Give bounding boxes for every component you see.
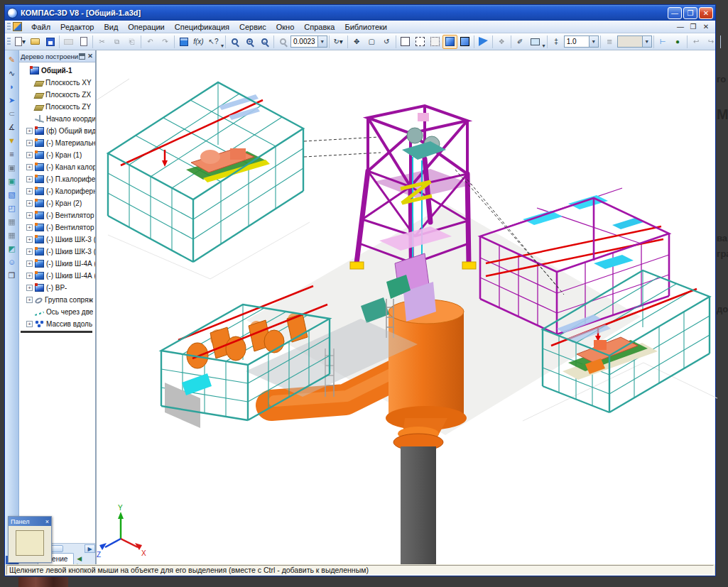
minimize-button[interactable]: — — [668, 7, 682, 19]
save-button[interactable] — [43, 35, 58, 49]
floating-panel-header[interactable]: Панел × — [9, 517, 51, 526]
tree-item[interactable]: +(-) Вентилятор — [19, 221, 95, 234]
scale-combo[interactable]: 0.0023 ▼ — [290, 35, 327, 48]
expand-icon[interactable]: + — [26, 260, 33, 267]
menu-item-6[interactable]: Окно — [271, 21, 300, 33]
filter-icon[interactable]: ▼ — [6, 134, 18, 147]
menu-grip[interactable] — [7, 23, 11, 31]
menu-item-2[interactable]: Вид — [99, 21, 123, 33]
edit-part-icon[interactable]: ✎ — [6, 53, 18, 66]
tree-item[interactable]: +(ф) Общий вид — [19, 125, 95, 137]
copy-window-icon[interactable]: ❐ — [6, 269, 18, 282]
scale-combo-arrow[interactable]: ▼ — [317, 36, 327, 47]
expand-icon[interactable]: + — [26, 236, 33, 243]
tree-item[interactable]: Плоскость ZX — [19, 89, 95, 101]
perspective-button[interactable] — [476, 35, 491, 49]
expand-icon[interactable]: + — [26, 140, 33, 146]
properties-button[interactable] — [176, 35, 191, 49]
report-icon[interactable]: ≡ — [6, 148, 18, 160]
expand-icon[interactable]: + — [26, 128, 33, 134]
pin-icon[interactable] — [79, 53, 85, 60]
expand-icon[interactable]: + — [26, 164, 33, 170]
measure-icon[interactable]: ∡ — [6, 121, 18, 133]
context-help-button[interactable]: ↖? — [206, 35, 221, 49]
expand-icon[interactable]: + — [26, 248, 33, 255]
local-cs-button[interactable]: ⊢ — [656, 35, 670, 49]
menu-item-8[interactable]: Библиотеки — [339, 21, 392, 33]
surfaces-icon[interactable]: ◗ — [6, 80, 18, 93]
tree-item[interactable]: +(-) ВР- — [19, 282, 95, 294]
expand-icon[interactable]: + — [26, 212, 33, 219]
tree-item[interactable]: Плоскость ZY — [19, 101, 95, 113]
menu-item-0[interactable]: Файл — [26, 21, 55, 33]
refresh-button[interactable]: ↺ — [379, 35, 394, 49]
document-menu-icon[interactable] — [13, 22, 22, 31]
rotate-body-icon[interactable]: ◰ — [6, 202, 18, 214]
pan-button[interactable]: ✥ — [349, 35, 364, 49]
extrude-icon[interactable]: ▧ — [6, 188, 18, 201]
mates-clip-icon[interactable]: ⊂ — [6, 107, 18, 120]
expand-icon[interactable]: + — [26, 176, 33, 182]
zoom-out-button[interactable]: – — [257, 35, 272, 49]
hidden-lines-dim-mode-button[interactable] — [428, 35, 442, 49]
mdi-close-button[interactable]: ✕ — [701, 23, 711, 31]
show-all-button[interactable]: ▢ — [364, 35, 379, 49]
tree-item[interactable]: Плоскость XY — [19, 77, 95, 89]
3d-scene[interactable]: Y X Z — [97, 50, 717, 566]
scene-icon[interactable]: ▣ — [6, 175, 18, 187]
presentation-button[interactable] — [528, 35, 543, 49]
menu-item-7[interactable]: Справка — [299, 21, 339, 33]
tree-item[interactable]: +(-) Вентилятор — [19, 209, 95, 221]
restore-button[interactable]: ❐ — [683, 7, 697, 19]
toolbar-grip[interactable] — [7, 38, 11, 46]
tree-item[interactable]: Ось через две — [19, 306, 95, 318]
shaded-edges-mode-button[interactable] — [457, 35, 472, 49]
tree-item[interactable]: +(-) Калориферн — [19, 185, 95, 197]
menu-item-3[interactable]: Операции — [123, 21, 169, 33]
spatial-curves-icon[interactable]: ∿ — [6, 67, 18, 79]
variables-button[interactable]: f(x) — [191, 35, 206, 49]
mdi-minimize-button[interactable]: — — [675, 23, 685, 31]
tree-item[interactable]: +(-) Шкив ШК-3 ( — [19, 234, 95, 246]
tree-item[interactable]: +(-) Материальн — [19, 137, 95, 149]
tree-item[interactable]: +(-) Кран (1) — [19, 149, 95, 161]
expand-icon[interactable]: + — [26, 200, 33, 207]
tree-item[interactable]: Начало коорди — [19, 113, 95, 125]
tree-item[interactable]: +Группа сопряж — [19, 294, 95, 306]
tree-item[interactable]: +(-) Шкив Ш-4А ( — [19, 258, 95, 270]
tree-item[interactable]: +(-) Канал калор — [19, 161, 95, 173]
tree-item[interactable]: +(-) П.калорифе — [19, 173, 95, 185]
face-op-icon[interactable]: ◩ — [6, 242, 18, 255]
depth-combo[interactable]: 1.0 ▼ — [564, 35, 599, 48]
wireframe-mode-button[interactable] — [398, 35, 413, 49]
floating-panel-swatch[interactable] — [16, 530, 44, 556]
dimension-move-button[interactable]: ‡ — [549, 35, 564, 49]
underground-shaft[interactable] — [401, 446, 436, 564]
shaded-mode-button[interactable] — [442, 35, 457, 49]
hidden-lines-mode-button[interactable] — [413, 35, 428, 49]
components-icon[interactable]: ☺ — [6, 256, 18, 268]
expand-icon[interactable]: + — [26, 297, 33, 303]
zoom-frame-button[interactable] — [227, 35, 242, 49]
tree-item[interactable]: +(-) Шкив Ш-4А ( — [19, 270, 95, 282]
tree-item[interactable]: +Массив вдоль — [19, 318, 95, 330]
expand-icon[interactable]: + — [26, 224, 33, 231]
new-document-button[interactable]: ▾ — [13, 35, 28, 49]
spray-select-icon[interactable]: ➤ — [6, 94, 18, 106]
print-preview-button[interactable] — [76, 35, 91, 49]
zoom-in-button[interactable]: + — [242, 35, 257, 49]
rotate-view-button[interactable]: ↻▾ — [331, 35, 346, 49]
open-button[interactable] — [28, 35, 43, 49]
mdi-restore-button[interactable]: ❐ — [688, 23, 698, 31]
close-button[interactable]: ✕ — [699, 7, 713, 19]
expand-icon[interactable]: + — [26, 152, 33, 158]
3d-viewport[interactable]: Y X Z — [96, 50, 715, 566]
tree-close-icon[interactable]: ✕ — [87, 53, 94, 60]
menu-item-5[interactable]: Сервис — [234, 21, 271, 33]
toolbar-overflow[interactable]: ▾ — [221, 35, 224, 49]
floating-panel-close-icon[interactable]: × — [45, 518, 49, 525]
depth-combo-arrow[interactable]: ▼ — [589, 36, 598, 47]
expand-icon[interactable]: + — [26, 321, 33, 327]
expand-icon[interactable]: + — [26, 285, 33, 291]
tree-item[interactable]: Общий-1 — [19, 65, 95, 77]
